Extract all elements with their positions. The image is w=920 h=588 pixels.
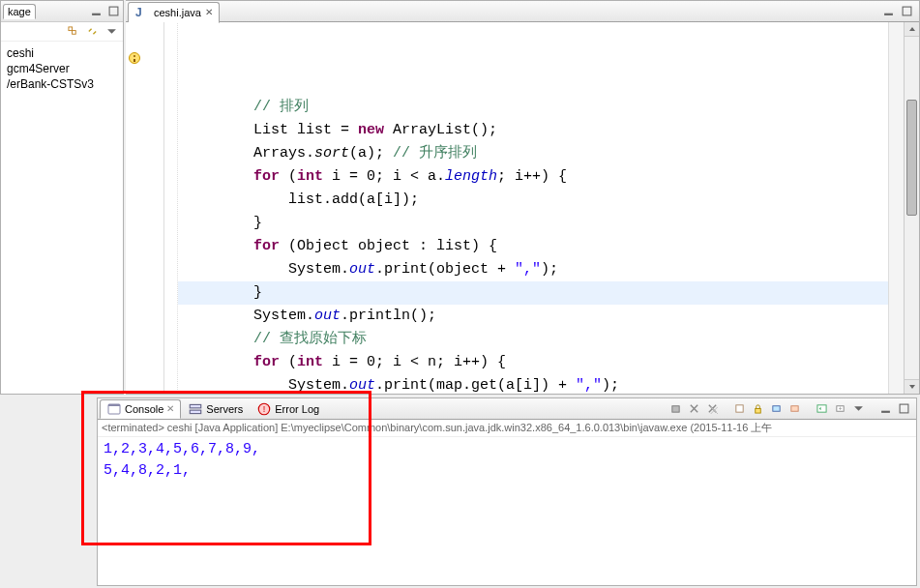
view-menu-icon[interactable] [104, 24, 119, 40]
svg-rect-18 [772, 406, 779, 412]
minimize-icon[interactable] [880, 4, 896, 19]
svg-rect-12 [191, 410, 201, 413]
maximize-icon[interactable] [896, 401, 911, 417]
console-icon [106, 401, 122, 417]
link-editor-icon[interactable] [84, 24, 100, 40]
svg-rect-16 [735, 405, 742, 412]
display-selected-console-icon[interactable] [786, 401, 802, 417]
scroll-down-icon[interactable] [905, 379, 919, 394]
svg-text:+: + [838, 405, 842, 412]
svg-rect-11 [191, 404, 201, 407]
console-tab-label: Console [125, 403, 163, 415]
code-line: List list = new ArrayList(); [184, 119, 882, 142]
svg-rect-5 [903, 7, 911, 15]
svg-rect-24 [900, 404, 908, 413]
errorlog-icon: ! [256, 401, 272, 417]
svg-text:!: ! [263, 404, 266, 414]
tree-item[interactable]: gcm4Server [3, 61, 121, 76]
svg-rect-8 [134, 59, 135, 62]
svg-rect-2 [68, 27, 72, 31]
fold-ruler[interactable] [164, 22, 178, 394]
editor-tabbar: ceshi.java ✕ [126, 1, 919, 22]
collapse-all-icon[interactable] [65, 24, 80, 40]
project-tree[interactable]: ceshi gcm4Server /erBank-CSTSv3 [1, 42, 123, 96]
console-panel: Console ✕ Servers ! Error Log + [97, 397, 917, 586]
warning-marker-icon[interactable] [128, 51, 141, 65]
tree-item[interactable]: ceshi [3, 45, 121, 61]
close-icon[interactable]: ✕ [205, 7, 213, 17]
open-console-icon[interactable] [814, 401, 829, 417]
java-file-icon [134, 5, 150, 20]
minimize-icon[interactable] [877, 401, 893, 417]
pin-console-icon[interactable] [768, 401, 784, 417]
code-line: } [184, 281, 882, 305]
svg-rect-19 [790, 406, 797, 412]
servers-icon [188, 401, 203, 417]
servers-tab[interactable]: Servers [181, 399, 250, 419]
editor-area: ceshi.java ✕ // 排列 [126, 0, 920, 395]
console-tab[interactable]: Console ✕ [100, 399, 181, 419]
svg-rect-10 [108, 404, 120, 406]
package-explorer-title: kage [8, 6, 31, 17]
minimize-icon[interactable] [88, 4, 104, 19]
code-line: for (int i = 0; i < n; i++) { [184, 351, 882, 374]
svg-point-7 [134, 55, 135, 57]
remove-all-terminated-icon[interactable] [704, 401, 720, 417]
code-line: System.out.print(map.get(a[i]) + ","); [184, 374, 882, 394]
svg-rect-3 [72, 31, 75, 35]
view-tabbar: kage [1, 1, 123, 22]
package-explorer-toolbar [1, 22, 123, 42]
view-menu-icon[interactable] [850, 401, 866, 417]
code-line: Arrays.sort(a); // 升序排列 [184, 142, 882, 165]
code-line: } [184, 212, 882, 235]
editor-tab-ceshi[interactable]: ceshi.java ✕ [128, 2, 220, 23]
overview-ruler[interactable] [888, 22, 904, 394]
maximize-icon[interactable] [105, 4, 121, 19]
svg-rect-20 [816, 405, 825, 412]
bottom-tabbar: Console ✕ Servers ! Error Log + [98, 398, 916, 420]
tree-item[interactable]: /erBank-CSTSv3 [3, 76, 121, 92]
code-line: for (Object object : list) { [184, 235, 882, 258]
clear-console-icon[interactable] [731, 401, 747, 417]
scrollbar-thumb[interactable] [906, 100, 917, 216]
svg-rect-4 [884, 14, 893, 15]
close-icon[interactable]: ✕ [166, 403, 174, 414]
new-console-view-icon[interactable]: + [832, 401, 847, 417]
scroll-lock-icon[interactable] [750, 401, 765, 417]
svg-rect-15 [671, 406, 678, 412]
editor-body: // 排列 List list = new ArrayList(); Array… [126, 22, 919, 394]
code-line: // 排列 [184, 96, 882, 119]
package-explorer-tab[interactable]: kage [3, 4, 36, 19]
svg-rect-1 [109, 7, 118, 15]
errorlog-tab[interactable]: ! Error Log [250, 399, 326, 419]
maximize-icon[interactable] [899, 4, 914, 19]
remove-all-launches-icon[interactable] [686, 401, 701, 417]
code-line: // 查找原始下标 [184, 328, 882, 351]
servers-tab-label: Servers [206, 403, 243, 415]
scroll-up-icon[interactable] [905, 22, 919, 37]
code-line: System.out.print(object + ","); [184, 258, 882, 281]
code-line: list.add(a[i]); [184, 189, 882, 212]
remove-launch-icon[interactable] [668, 401, 683, 417]
vertical-scrollbar[interactable] [904, 22, 919, 394]
code-editor[interactable]: // 排列 List list = new ArrayList(); Array… [178, 22, 888, 394]
editor-tab-label: ceshi.java [154, 7, 201, 18]
svg-rect-17 [755, 409, 760, 414]
code-line: System.out.println(); [184, 305, 882, 328]
console-status-line: <terminated> ceshi [Java Application] E:… [98, 420, 916, 437]
package-explorer-view: kage ceshi gcm4Server /erBank-CST [0, 0, 124, 395]
svg-rect-0 [92, 14, 101, 15]
svg-rect-23 [881, 411, 890, 413]
code-line: for (int i = 0; i < a.length; i++) { [184, 165, 882, 189]
marker-ruler[interactable] [126, 22, 164, 394]
errorlog-tab-label: Error Log [275, 403, 319, 415]
console-output[interactable]: 1,2,3,4,5,6,7,8,9, 5,4,8,2,1, [98, 437, 916, 585]
